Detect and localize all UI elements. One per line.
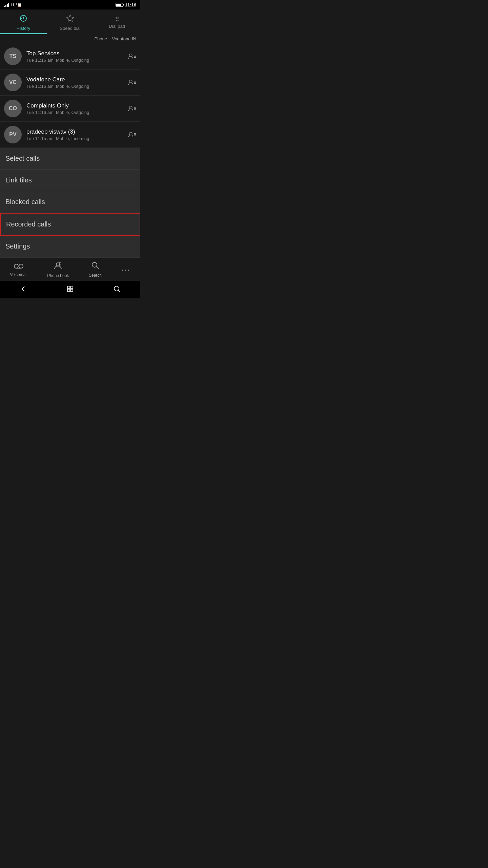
nav-item-more[interactable]: ··· (122, 265, 130, 274)
nav-item-voicemail[interactable]: Voicemail (10, 262, 27, 277)
system-nav (0, 281, 140, 298)
history-icon (19, 14, 27, 24)
call-item[interactable]: VC Vodafone Care Tue 11:16 am, Mobile, O… (0, 70, 140, 96)
svg-line-25 (96, 267, 99, 269)
status-right: 11:16 (116, 2, 136, 7)
call-list: TS Top Services Tue 11:16 am, Mobile, Ou… (0, 43, 140, 148)
call-info: pradeep viswav (3) Tue 11:15 am, Mobile,… (26, 129, 128, 141)
svg-rect-28 (67, 289, 70, 292)
call-detail: Tue 11:16 am, Mobile, Outgoing (26, 110, 128, 115)
search-label: Search (89, 273, 102, 278)
home-button[interactable] (66, 285, 74, 294)
menu-item-settings[interactable]: Settings (0, 236, 140, 257)
menu-item-recorded-calls[interactable]: Recorded calls (0, 213, 140, 236)
call-item[interactable]: CO Complaints Only Tue 11:16 am, Mobile,… (0, 96, 140, 122)
network-label: Phone – Vodafone IN (0, 34, 140, 43)
contact-detail-icon[interactable] (128, 79, 136, 86)
avatar-initials: TS (9, 53, 16, 59)
tabs-bar: History Speed dial ⠿ Dial pad (0, 9, 140, 34)
call-name: Vodafone Care (26, 76, 128, 83)
voicemail-label: Voicemail (10, 272, 27, 277)
dialpad-icon: ⠿ (115, 16, 119, 22)
call-item[interactable]: TS Top Services Tue 11:16 am, Mobile, Ou… (0, 43, 140, 70)
avatar-initials: CO (9, 105, 17, 112)
signal-bars (4, 2, 9, 7)
context-menu: Select calls Link tiles Blocked calls Re… (0, 148, 140, 257)
svg-line-31 (118, 290, 120, 292)
tab-history-label: History (17, 26, 30, 31)
avatar: VC (4, 74, 22, 91)
contact-detail-icon[interactable] (128, 105, 136, 112)
call-detail: Tue 11:16 am, Mobile, Outgoing (26, 84, 128, 89)
contact-detail-icon[interactable] (128, 53, 136, 60)
call-name: Complaints Only (26, 102, 128, 109)
status-left: H ²📋 (4, 2, 22, 7)
svg-rect-29 (70, 289, 73, 292)
bottom-nav: Voicemail Phone book Search ··· (0, 257, 140, 281)
status-bar: H ²📋 11:16 (0, 0, 140, 9)
voicemail-icon (14, 262, 23, 271)
svg-point-19 (19, 264, 23, 268)
tab-dial-pad[interactable]: ⠿ Dial pad (94, 14, 140, 32)
call-name: Top Services (26, 50, 128, 57)
tab-dial-pad-label: Dial pad (109, 24, 125, 29)
menu-item-blocked-calls[interactable]: Blocked calls (0, 191, 140, 213)
more-icon: ··· (122, 265, 130, 274)
call-detail: Tue 11:15 am, Mobile, Incoming (26, 136, 128, 141)
svg-rect-27 (70, 286, 73, 289)
star-icon (66, 14, 74, 24)
svg-point-24 (92, 262, 97, 267)
svg-marker-1 (67, 15, 74, 21)
avatar-initials: VC (9, 79, 17, 85)
nav-item-search[interactable]: Search (89, 261, 102, 278)
avatar: CO (4, 100, 22, 117)
call-detail: Tue 11:16 am, Mobile, Outgoing (26, 58, 128, 63)
svg-rect-26 (67, 286, 70, 289)
call-info: Complaints Only Tue 11:16 am, Mobile, Ou… (26, 102, 128, 115)
menu-item-select-calls[interactable]: Select calls (0, 148, 140, 170)
nav-item-phone-book[interactable]: Phone book (47, 261, 69, 278)
call-info: Vodafone Care Tue 11:16 am, Mobile, Outg… (26, 76, 128, 89)
back-button[interactable] (20, 285, 27, 294)
call-name: pradeep viswav (3) (26, 129, 128, 135)
menu-item-link-tiles[interactable]: Link tiles (0, 170, 140, 191)
phonebook-label: Phone book (47, 273, 69, 278)
search-button[interactable] (113, 285, 121, 294)
sim2-indicator: ²📋 (16, 3, 22, 7)
tab-speed-dial-label: Speed dial (60, 26, 80, 31)
svg-point-18 (14, 264, 18, 268)
tab-history[interactable]: History (0, 12, 47, 34)
network-type: H (11, 3, 14, 7)
avatar: PV (4, 126, 22, 143)
phonebook-icon (54, 261, 62, 272)
contact-detail-icon[interactable] (128, 131, 136, 138)
time-display: 11:16 (125, 2, 136, 7)
tab-speed-dial[interactable]: Speed dial (47, 12, 94, 34)
call-info: Top Services Tue 11:16 am, Mobile, Outgo… (26, 50, 128, 63)
avatar-initials: PV (9, 132, 16, 138)
call-item[interactable]: PV pradeep viswav (3) Tue 11:15 am, Mobi… (0, 122, 140, 148)
svg-point-30 (114, 286, 119, 291)
avatar: TS (4, 47, 22, 65)
battery-icon (116, 3, 123, 7)
search-icon (91, 261, 99, 272)
